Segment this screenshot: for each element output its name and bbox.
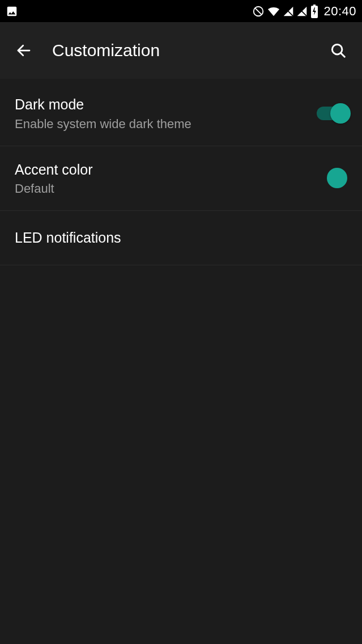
search-button[interactable]: [327, 42, 350, 59]
setting-led-notifications[interactable]: LED notifications: [0, 211, 362, 265]
setting-title: LED notifications: [15, 228, 347, 247]
svg-line-6: [340, 53, 344, 57]
page-title: Customization: [52, 41, 327, 60]
setting-text-block: Accent color Default: [15, 160, 316, 197]
no-sim1-icon: [283, 5, 294, 18]
svg-line-1: [255, 8, 262, 15]
battery-charging-icon: [310, 5, 319, 18]
setting-text-block: LED notifications: [15, 228, 347, 247]
switch-thumb: [330, 103, 351, 124]
dark-mode-toggle[interactable]: [317, 107, 347, 120]
setting-subtitle: Enable system wide dark theme: [15, 117, 305, 132]
accent-color-swatch: [327, 168, 347, 188]
image-indicator-icon: [6, 5, 18, 18]
setting-control: [317, 107, 347, 120]
status-bar-left: [6, 5, 18, 18]
back-button[interactable]: [12, 42, 35, 59]
settings-list: Dark mode Enable system wide dark theme …: [0, 81, 362, 265]
search-icon: [330, 42, 347, 59]
no-entry-icon: [252, 5, 265, 18]
status-clock: 20:40: [323, 4, 356, 19]
setting-title: Dark mode: [15, 95, 305, 114]
app-bar: Customization: [0, 22, 362, 79]
setting-control: [327, 168, 347, 188]
setting-subtitle: Default: [15, 181, 316, 196]
setting-accent-color[interactable]: Accent color Default: [0, 146, 362, 211]
setting-title: Accent color: [15, 160, 316, 179]
status-bar: 20:40: [0, 0, 362, 22]
status-bar-right: 20:40: [252, 4, 356, 19]
arrow-back-icon: [15, 42, 32, 59]
wifi-icon: [267, 5, 280, 18]
setting-text-block: Dark mode Enable system wide dark theme: [15, 95, 305, 132]
setting-dark-mode[interactable]: Dark mode Enable system wide dark theme: [0, 81, 362, 146]
no-sim2-icon: [296, 5, 308, 18]
